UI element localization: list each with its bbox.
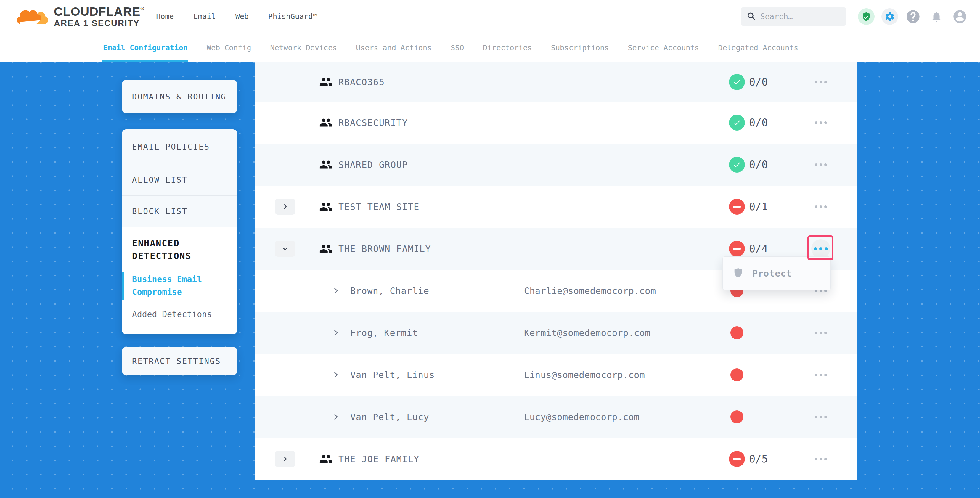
tab-web-config[interactable]: Web Config	[207, 43, 251, 52]
brand-product: AREA 1 SECURITY	[54, 19, 140, 27]
notifications-icon[interactable]	[928, 8, 945, 25]
sidebar-label: BLOCK LIST	[132, 207, 188, 216]
sidebar-item-allow-list[interactable]: ALLOW LIST	[122, 164, 237, 196]
sidebar-label: DOMAINS & ROUTING	[132, 92, 226, 101]
user-name: Van Pelt, Linus	[350, 370, 435, 380]
sidebar-item-retract-settings[interactable]: RETRACT SETTINGS	[122, 347, 237, 375]
account-icon[interactable]	[951, 8, 968, 25]
table-row-user[interactable]: Van Pelt, Linus Linus@somedemocorp.com	[255, 354, 857, 396]
tab-sso[interactable]: SSO	[450, 43, 464, 52]
caret-icon	[332, 371, 340, 379]
tab-email-configuration[interactable]: Email Configuration	[103, 43, 188, 52]
table-row-group[interactable]: RBACO365 0/0	[255, 62, 857, 102]
sidebar-enhanced-detections: ENHANCED DETECTIONS Business Email Compr…	[122, 227, 237, 334]
group-name: TEST TEAM SITE	[339, 202, 420, 212]
sidebar-item-block-list[interactable]: BLOCK LIST	[122, 196, 237, 227]
tab-users-and-actions[interactable]: Users and Actions	[356, 43, 432, 52]
expand-toggle-button[interactable]	[275, 451, 296, 467]
row-menu-button[interactable]	[811, 323, 830, 342]
user-name: Van Pelt, Lucy	[350, 412, 429, 422]
tab-network-devices[interactable]: Network Devices	[270, 43, 337, 52]
nav-phishguard[interactable]: PhishGuard™	[268, 12, 317, 21]
tab-delegated-accounts[interactable]: Delegated Accounts	[718, 43, 798, 52]
search-icon	[747, 11, 756, 22]
row-menu-button[interactable]	[811, 73, 830, 91]
security-status-icon[interactable]	[858, 8, 875, 25]
row-menu-button[interactable]	[811, 113, 830, 132]
status-protected-icon	[729, 115, 745, 130]
page-background: DOMAINS & ROUTING EMAIL POLICIESALLOW LI…	[0, 62, 980, 498]
group-icon	[319, 75, 333, 89]
row-context-menu: Protect	[722, 256, 831, 290]
group-icon	[319, 200, 333, 213]
sidebar-label: EMAIL POLICIES	[132, 142, 210, 151]
expand-toggle-button[interactable]	[275, 199, 296, 215]
sidebar-item-email-policies[interactable]: EMAIL POLICIES	[122, 129, 237, 164]
table-row-user[interactable]: Frog, Kermit Kermit@somedemocorp.com	[255, 312, 857, 354]
row-menu-button[interactable]	[811, 365, 830, 384]
settings-icon[interactable]	[881, 8, 898, 25]
group-icon	[319, 158, 333, 172]
search-box[interactable]	[741, 7, 846, 26]
nav-web[interactable]: Web	[235, 12, 249, 21]
table-row-group[interactable]: RBACSECURITY 0/0	[255, 102, 857, 143]
tab-subscriptions[interactable]: Subscriptions	[551, 43, 609, 52]
group-icon	[319, 452, 333, 466]
tab-directories[interactable]: Directories	[483, 43, 532, 52]
table-row-group[interactable]: TEST TEAM SITE 0/1	[255, 186, 857, 228]
group-name: THE JOE FAMILY	[339, 454, 420, 464]
sidebar-policies-card: EMAIL POLICIESALLOW LISTBLOCK LIST ENHAN…	[122, 129, 237, 334]
user-name: Frog, Kermit	[350, 328, 418, 338]
chevron-right-icon	[282, 204, 288, 210]
row-menu-button[interactable]	[811, 197, 830, 216]
group-icon	[319, 116, 333, 129]
status-blocked-icon	[729, 241, 745, 257]
chevron-right-icon	[282, 245, 288, 252]
status-dot-icon	[730, 410, 743, 423]
sidebar-item-added-detections[interactable]: Added Detections	[132, 308, 228, 321]
cloudflare-cloud-icon	[17, 5, 49, 28]
user-email: Charlie@somedemocorp.com	[524, 286, 656, 296]
header-actions	[858, 8, 968, 25]
row-menu-button[interactable]	[811, 155, 830, 174]
caret-icon	[332, 413, 340, 421]
row-menu-button[interactable]	[811, 407, 830, 426]
sidebar-item-business-email-compromise[interactable]: Business Email Compromise	[132, 273, 228, 298]
help-icon[interactable]	[905, 8, 921, 25]
protection-count: 0/0	[749, 117, 768, 129]
chevron-right-icon	[282, 456, 288, 462]
group-name: RBACO365	[339, 77, 385, 88]
annotation-highlight-box	[807, 235, 834, 260]
sidebar-item-domains-routing[interactable]: DOMAINS & ROUTING	[122, 80, 237, 113]
enhanced-detections-title: ENHANCED DETECTIONS	[132, 237, 228, 263]
protection-count: 0/4	[749, 243, 768, 255]
table-row-user[interactable]: Van Pelt, Lucy Lucy@somedemocorp.com	[255, 396, 857, 438]
user-name: Brown, Charlie	[350, 286, 429, 296]
main-nav: HomeEmailWebPhishGuard™	[156, 12, 317, 21]
status-dot-icon	[730, 326, 743, 339]
menu-item-protect[interactable]: Protect	[752, 268, 792, 278]
group-icon	[319, 242, 333, 256]
nav-home[interactable]: Home	[156, 12, 174, 21]
status-protected-icon	[729, 157, 745, 173]
group-name: THE BROWN FAMILY	[339, 243, 431, 254]
group-name: SHARED_GROUP	[339, 159, 408, 170]
row-menu-button[interactable]	[811, 449, 830, 468]
tab-service-accounts[interactable]: Service Accounts	[628, 43, 699, 52]
app-header: CLOUDFLARE® AREA 1 SECURITY HomeEmailWeb…	[0, 0, 980, 33]
table-row-group[interactable]: SHARED_GROUP 0/0	[255, 143, 857, 186]
user-email: Lucy@somedemocorp.com	[524, 412, 640, 422]
sidebar-label: ALLOW LIST	[132, 175, 188, 185]
search-input[interactable]	[760, 12, 840, 21]
status-protected-icon	[729, 74, 745, 90]
nav-email[interactable]: Email	[193, 12, 216, 21]
protection-count: 0/1	[749, 201, 768, 213]
user-email: Kermit@somedemocorp.com	[524, 328, 651, 338]
sidebar-label: RETRACT SETTINGS	[132, 356, 221, 366]
cloudflare-logo[interactable]: CLOUDFLARE® AREA 1 SECURITY	[17, 5, 144, 28]
status-dot-icon	[730, 368, 743, 381]
expand-toggle-button[interactable]	[275, 241, 296, 257]
table-row-group[interactable]: THE JOE FAMILY 0/5	[255, 438, 857, 480]
sidebar-policy-list: EMAIL POLICIESALLOW LISTBLOCK LIST	[122, 129, 237, 227]
caret-icon	[332, 329, 340, 337]
